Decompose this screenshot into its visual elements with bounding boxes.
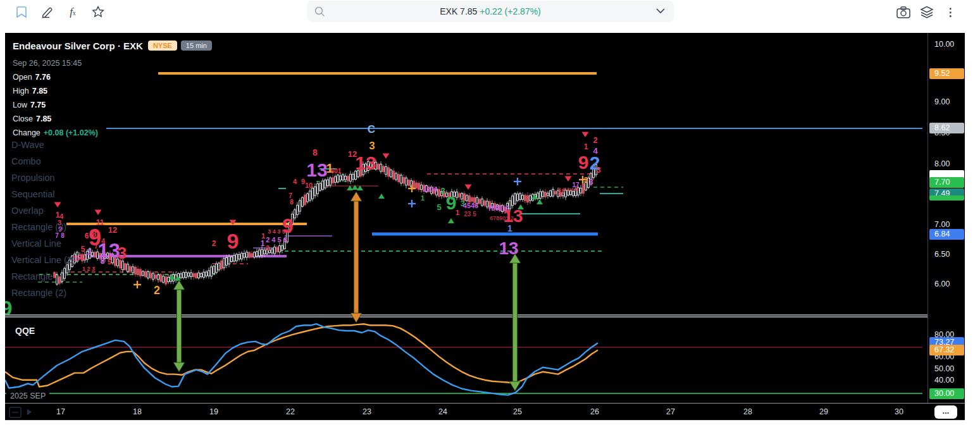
time-axis-more-button[interactable]: ...	[934, 405, 957, 419]
pencil-icon[interactable]	[39, 4, 56, 20]
star-icon[interactable]	[90, 4, 106, 20]
axis-price-badge: 9.52	[929, 68, 964, 79]
fx-icon[interactable]: fx	[65, 4, 81, 20]
axis-tick-label: 40.00	[934, 376, 954, 385]
axis-tick-label: 8.00	[934, 159, 950, 168]
axis-tick-label: 10.00	[934, 40, 954, 49]
axis-price-badge: 8.62	[929, 123, 964, 133]
signal-arrows-layer	[5, 33, 927, 420]
kebab-menu-icon[interactable]: ⋮	[942, 4, 958, 20]
axis-price-badge: 7.70	[929, 177, 964, 188]
price-axis[interactable]: 10.009.008.508.007.006.506.0080.0060.005…	[927, 33, 965, 403]
axis-tick-label: 50.00	[934, 364, 954, 373]
search-ticker-text: EXK 7.85 +0.22 (+2.87%)	[307, 6, 674, 16]
chart-container[interactable]: 19133121168452715851 2 3103497829293 4 3…	[5, 33, 965, 421]
symbol-search[interactable]: EXK 7.85 +0.22 (+2.87%)	[307, 1, 674, 22]
axis-price-badge: 67.32	[929, 345, 964, 355]
axis-tick-label: 9.00	[934, 97, 950, 106]
axis-price-badge: 30.00	[929, 388, 964, 399]
chevron-down-icon[interactable]	[656, 8, 665, 14]
layers-icon[interactable]	[919, 4, 935, 20]
axis-price-badge	[929, 195, 964, 201]
axis-price-badge: 6.84	[929, 229, 964, 240]
axis-tick-label: 6.50	[934, 250, 950, 259]
axis-tick-label: 6.00	[934, 280, 950, 288]
bookmark-icon[interactable]	[14, 4, 30, 20]
axis-tick-label: 7.00	[934, 220, 950, 229]
camera-icon[interactable]	[895, 4, 912, 20]
top-toolbar: fx EXK 7.85 +0.22 (+2.87%) ⋮	[0, 0, 980, 23]
